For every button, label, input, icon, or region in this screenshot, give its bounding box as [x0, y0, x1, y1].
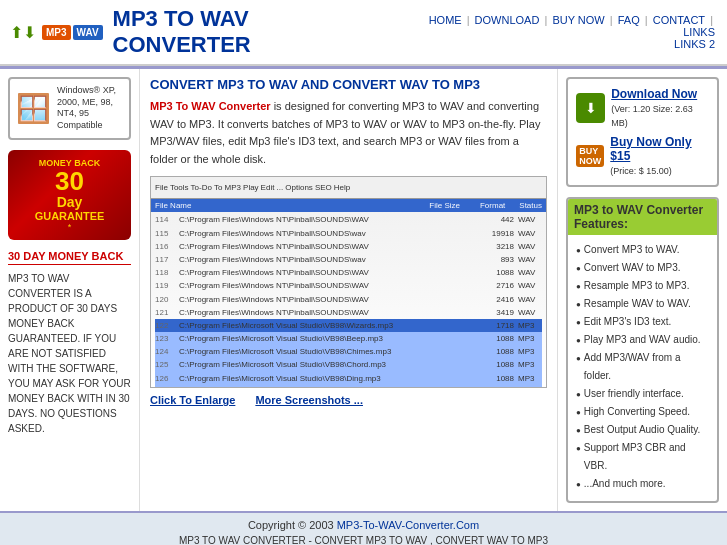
- windows-icon: 🪟: [16, 92, 51, 125]
- list-item: ●Play MP3 and WAV audio.: [576, 331, 709, 349]
- middle-column: CONVERT MP3 TO WAV AND CONVERT WAV TO MP…: [140, 69, 557, 511]
- buy-sub: (Price: $ 15.00): [610, 166, 672, 176]
- ss-menu-seo: SEO: [315, 183, 332, 192]
- table-row: 127C:\Program Files\Microsoft Visual Stu…: [155, 385, 542, 389]
- buy-info: Buy Now Only $15 (Price: $ 15.00): [610, 135, 709, 177]
- buy-now-link[interactable]: Buy Now Only $15: [610, 135, 691, 163]
- ss-table-header: File Name File Size Format Status: [151, 199, 546, 212]
- ss-menu-tools: Tools: [170, 183, 189, 192]
- ss-col-size: File Size: [429, 201, 460, 210]
- list-item: ●...And much more.: [576, 475, 709, 493]
- screenshot-box: File Tools To-Do To MP3 Play Edit ... Op…: [150, 176, 547, 388]
- footer-copyright-text: Copyright © 2003: [248, 519, 337, 531]
- nav-links[interactable]: LINKS: [683, 26, 715, 38]
- money-back-day-label: Day: [16, 194, 123, 210]
- left-column: 🪟 Windows® XP, 2000, ME, 98, NT4, 95 Com…: [0, 69, 140, 511]
- download-icon: ⬇: [576, 93, 605, 123]
- table-row: 118C:\Program Files\Windows NT\Pinball\S…: [155, 266, 542, 279]
- header: ⬆⬇ MP3 WAV MP3 TO WAV CONVERTER HOME | D…: [0, 0, 727, 66]
- ss-menu-edit: Edit ...: [261, 183, 284, 192]
- list-item: ●High Converting Speed.: [576, 403, 709, 421]
- nav-home[interactable]: HOME: [429, 14, 462, 26]
- nav-links2[interactable]: LINKS 2: [674, 38, 715, 50]
- win-compat-text: Windows® XP, 2000, ME, 98, NT4, 95 Compa…: [57, 85, 123, 132]
- screenshot-links: Click To Enlarge More Screenshots ...: [150, 394, 547, 406]
- table-row: 114C:\Program Files\Windows NT\Pinball\S…: [155, 213, 542, 226]
- table-row: 126C:\Program Files\Microsoft Visual Stu…: [155, 372, 542, 385]
- nav-buynow[interactable]: BUY NOW: [552, 14, 604, 26]
- logo-wav: WAV: [73, 25, 103, 40]
- table-row: 117C:\Program Files\Windows NT\Pinball\S…: [155, 253, 542, 266]
- header-logo: ⬆⬇ MP3 WAV MP3 TO WAV CONVERTER: [10, 6, 392, 58]
- ss-menu-todo: To-Do: [191, 183, 212, 192]
- left-section-title: 30 DAY MONEY BACK: [8, 250, 131, 265]
- nav-download[interactable]: DOWNLOAD: [475, 14, 540, 26]
- table-row: 123C:\Program Files\Microsoft Visual Stu…: [155, 332, 542, 345]
- screenshot-toolbar: File Tools To-Do To MP3 Play Edit ... Op…: [151, 177, 546, 199]
- footer-copyright: Copyright © 2003 MP3-To-WAV-Converter.Co…: [6, 519, 721, 531]
- nav-faq[interactable]: FAQ: [618, 14, 640, 26]
- nav-line-1: HOME | DOWNLOAD | BUY NOW | FAQ | CONTAC…: [394, 14, 715, 38]
- ss-menu-play: Play: [243, 183, 259, 192]
- table-row: 120C:\Program Files\Windows NT\Pinball\S…: [155, 293, 542, 306]
- nav-contact[interactable]: CONTACT: [653, 14, 705, 26]
- nav-line-2: LINKS 2: [394, 38, 715, 50]
- list-item: ●Convert WAV to MP3.: [576, 259, 709, 277]
- main-layout: 🪟 Windows® XP, 2000, ME, 98, NT4, 95 Com…: [0, 69, 727, 511]
- windows-compat-box: 🪟 Windows® XP, 2000, ME, 98, NT4, 95 Com…: [8, 77, 131, 140]
- intro-text: MP3 To WAV Converter is designed for con…: [150, 98, 547, 168]
- list-item: ●Resample MP3 to MP3.: [576, 277, 709, 295]
- table-row-highlight: 122C:\Program Files\Microsoft Visual Stu…: [155, 319, 542, 332]
- buy-row: BUYNOW Buy Now Only $15 (Price: $ 15.00): [576, 135, 709, 177]
- list-item: ●Convert MP3 to WAV.: [576, 241, 709, 259]
- list-item: ●Resample WAV to WAV.: [576, 295, 709, 313]
- ss-menu-help: Help: [334, 183, 350, 192]
- logo-mp3: MP3: [42, 25, 71, 40]
- list-item: ●User friendly interface.: [576, 385, 709, 403]
- ss-table-rows: 114C:\Program Files\Windows NT\Pinball\S…: [151, 212, 546, 388]
- features-title: MP3 to WAV Converter Features:: [568, 199, 717, 235]
- click-to-enlarge-link[interactable]: Click To Enlarge: [150, 394, 235, 406]
- table-row: 125C:\Program Files\Microsoft Visual Stu…: [155, 358, 542, 371]
- money-back-guarantee: GUARANTEE: [16, 210, 123, 222]
- footer-bottom-text: MP3 TO WAV CONVERTER - CONVERT MP3 TO WA…: [6, 535, 721, 545]
- footer-link[interactable]: MP3-To-WAV-Converter.Com: [337, 519, 479, 531]
- features-box: MP3 to WAV Converter Features: ●Convert …: [566, 197, 719, 503]
- more-screenshots-link[interactable]: More Screenshots ...: [255, 394, 363, 406]
- buy-icon: BUYNOW: [576, 145, 604, 167]
- ss-col-name: File Name: [155, 201, 191, 210]
- footer: Copyright © 2003 MP3-To-WAV-Converter.Co…: [0, 511, 727, 545]
- ss-menu-options: Options: [285, 183, 313, 192]
- table-row: 121C:\Program Files\Windows NT\Pinball\S…: [155, 306, 542, 319]
- list-item: ●Best Output Audio Quality.: [576, 421, 709, 439]
- logo-arrows-icon: ⬆⬇: [10, 23, 36, 42]
- ss-col-format: Format: [480, 201, 505, 210]
- left-body-text: MP3 TO WAV CONVERTER IS A PRODUCT OF 30 …: [8, 271, 131, 436]
- money-back-days: 30: [16, 168, 123, 194]
- download-now-link[interactable]: Download Now: [611, 87, 697, 101]
- page-title: CONVERT MP3 TO WAV AND CONVERT WAV TO MP…: [150, 77, 547, 92]
- download-row: ⬇ Download Now (Ver: 1.20 Size: 2.63 MB): [576, 87, 709, 129]
- download-sub: (Ver: 1.20 Size: 2.63 MB): [611, 104, 693, 128]
- download-box: ⬇ Download Now (Ver: 1.20 Size: 2.63 MB)…: [566, 77, 719, 187]
- right-column: ⬇ Download Now (Ver: 1.20 Size: 2.63 MB)…: [557, 69, 727, 511]
- list-item: ●Support MP3 CBR and VBR.: [576, 439, 709, 475]
- table-row: 124C:\Program Files\Microsoft Visual Stu…: [155, 345, 542, 358]
- screenshot-image: File Tools To-Do To MP3 Play Edit ... Op…: [151, 177, 546, 387]
- ss-menu-file: File: [155, 183, 168, 192]
- list-item: ●Add MP3/WAV from a folder.: [576, 349, 709, 385]
- table-row: 119C:\Program Files\Windows NT\Pinball\S…: [155, 279, 542, 292]
- header-title: MP3 TO WAV CONVERTER: [113, 6, 393, 58]
- table-row: 115C:\Program Files\Windows NT\Pinball\S…: [155, 227, 542, 240]
- money-back-box: MONEY BACK 30 Day GUARANTEE *: [8, 150, 131, 240]
- logo-badges: MP3 WAV: [42, 25, 103, 40]
- ss-menu-tomp3: To MP3: [214, 183, 241, 192]
- list-item: ●Edit MP3's ID3 text.: [576, 313, 709, 331]
- money-back-star: *: [16, 222, 123, 232]
- table-row: 116C:\Program Files\Windows NT\Pinball\S…: [155, 240, 542, 253]
- ss-col-status: Status: [519, 201, 542, 210]
- intro-bold: MP3 To WAV Converter: [150, 100, 271, 112]
- download-info: Download Now (Ver: 1.20 Size: 2.63 MB): [611, 87, 709, 129]
- features-list: ●Convert MP3 to WAV. ●Convert WAV to MP3…: [576, 241, 709, 493]
- header-nav: HOME | DOWNLOAD | BUY NOW | FAQ | CONTAC…: [392, 14, 717, 50]
